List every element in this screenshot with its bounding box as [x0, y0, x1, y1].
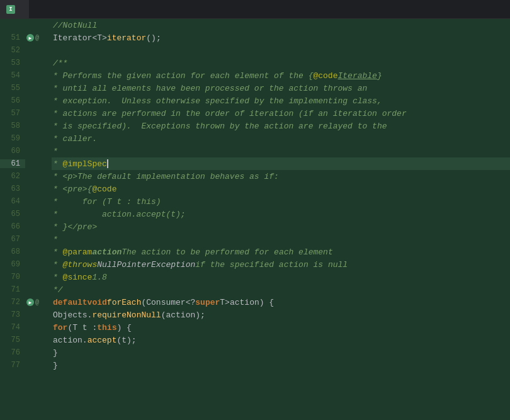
- line-row: 63: [0, 183, 49, 195]
- line-number: 76: [0, 348, 25, 357]
- line-number: 69: [0, 260, 25, 269]
- code-line: }: [52, 359, 510, 372]
- code-line: * @param action The action to be perform…: [52, 246, 510, 258]
- line-row: 74: [0, 321, 49, 334]
- line-row: 69: [0, 258, 49, 271]
- code-line: * @throws NullPointerException if the sp…: [52, 258, 510, 271]
- line-number: 73: [0, 310, 25, 319]
- line-number: 68: [0, 247, 25, 256]
- run-marker-icon[interactable]: ▶: [26, 298, 34, 306]
- line-number: 74: [0, 323, 25, 332]
- line-number: 67: [0, 235, 25, 244]
- line-row: 61: [0, 157, 49, 170]
- line-number: 56: [0, 96, 25, 105]
- line-number: 71: [0, 285, 25, 294]
- line-number: 51: [0, 33, 25, 42]
- code-line: * <pre>{@code: [52, 183, 510, 195]
- line-row: 66: [0, 220, 49, 233]
- code-line: //NotNull: [52, 19, 510, 31]
- line-number: 66: [0, 222, 25, 231]
- code-line: * Performs the given action for each ele…: [52, 69, 510, 82]
- code-line: Iterator<T> iterator();: [52, 31, 510, 44]
- run-marker-icon[interactable]: ▶: [26, 34, 34, 42]
- line-row: 60: [0, 145, 49, 157]
- code-line: */: [52, 283, 510, 296]
- line-row: 72▶@: [0, 296, 49, 309]
- code-line: * @since 1.8: [52, 271, 510, 283]
- line-row: 56: [0, 94, 49, 107]
- line-row: 77: [0, 359, 49, 372]
- line-row: 65: [0, 208, 49, 220]
- code-line: * caller.: [52, 132, 510, 145]
- tab-file-icon: I: [6, 5, 15, 14]
- line-row: [0, 19, 49, 31]
- editor-container: 51▶@525354555657585960616263646566676869…: [0, 19, 510, 420]
- line-number: 58: [0, 122, 25, 130]
- code-line: * action.accept(t);: [52, 208, 510, 220]
- code-line: * @implSpec: [52, 157, 510, 170]
- line-row: 54: [0, 69, 49, 82]
- line-number: 53: [0, 59, 25, 67]
- line-number: 61: [0, 159, 25, 168]
- line-gutter: 51▶@525354555657585960616263646566676869…: [0, 19, 49, 420]
- line-row: 64: [0, 195, 49, 208]
- line-number: 55: [0, 84, 25, 93]
- line-number: 72: [0, 298, 25, 307]
- tab-iterable[interactable]: I: [0, 0, 30, 18]
- line-row: 57: [0, 107, 49, 120]
- code-line: *: [52, 233, 510, 246]
- line-row: 62: [0, 170, 49, 183]
- code-line: for (T t : this) {: [52, 321, 510, 334]
- line-row: 68: [0, 246, 49, 258]
- line-markers: ▶@: [25, 34, 49, 42]
- line-number: 54: [0, 71, 25, 80]
- line-row: 51▶@: [0, 31, 49, 44]
- line-number: 75: [0, 336, 25, 344]
- code-line: * is specified). Exceptions thrown by th…: [52, 120, 510, 132]
- code-line: * exception. Unless otherwise specified …: [52, 94, 510, 107]
- code-line: * for (T t : this): [52, 195, 510, 208]
- line-markers: ▶@: [25, 298, 49, 306]
- line-row: 73: [0, 309, 49, 321]
- tab-bar: I: [0, 0, 510, 19]
- code-line: }: [52, 346, 510, 359]
- at-marker-icon: @: [35, 299, 39, 306]
- text-cursor: [107, 159, 108, 168]
- line-number: 62: [0, 172, 25, 181]
- code-line: * }</pre>: [52, 220, 510, 233]
- code-line: default void forEach(Consumer<? super T>…: [52, 296, 510, 309]
- line-number: 70: [0, 273, 25, 281]
- line-number: 57: [0, 109, 25, 118]
- at-marker-icon: @: [35, 35, 39, 42]
- code-line: /**: [52, 57, 510, 69]
- code-line: * actions are performed in the order of …: [52, 107, 510, 120]
- code-line: [52, 44, 510, 57]
- line-row: 58: [0, 120, 49, 132]
- code-line: *: [52, 145, 510, 157]
- line-number: 60: [0, 147, 25, 156]
- code-line: * until all elements have been processed…: [52, 82, 510, 94]
- line-row: 67: [0, 233, 49, 246]
- code-line: action.accept(t);: [52, 334, 510, 346]
- line-number: 65: [0, 210, 25, 219]
- line-row: 52: [0, 44, 49, 57]
- code-line: Objects.requireNonNull(action);: [52, 309, 510, 321]
- line-row: 55: [0, 82, 49, 94]
- code-line: * <p>The default implementation behaves …: [52, 170, 510, 183]
- line-row: 59: [0, 132, 49, 145]
- line-row: 71: [0, 283, 49, 296]
- line-number: 64: [0, 197, 25, 206]
- line-row: 53: [0, 57, 49, 69]
- line-row: 75: [0, 334, 49, 346]
- line-row: 76: [0, 346, 49, 359]
- line-number: 59: [0, 134, 25, 143]
- line-number: 52: [0, 46, 25, 55]
- line-number: 63: [0, 184, 25, 193]
- line-number: 77: [0, 361, 25, 370]
- code-area[interactable]: //NotNull Iterator<T> iterator(); /** * …: [49, 19, 510, 420]
- line-row: 70: [0, 271, 49, 283]
